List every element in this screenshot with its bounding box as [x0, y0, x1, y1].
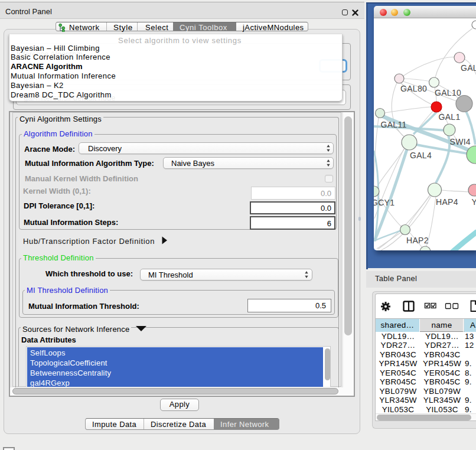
- svg-text:GAL11: GAL11: [381, 120, 407, 129]
- svg-text:GAL1: GAL1: [439, 112, 461, 122]
- svg-text:SWI4: SWI4: [450, 137, 471, 146]
- svg-text:GAL: GAL: [461, 63, 476, 73]
- svg-text:HAP2: HAP2: [406, 236, 429, 245]
- svg-text:GAL80: GAL80: [400, 84, 427, 93]
- svg-text:GAL10: GAL10: [435, 88, 461, 97]
- svg-text:GCY1: GCY1: [374, 198, 395, 207]
- svg-text:Y: Y: [472, 197, 476, 207]
- svg-text:HAP4: HAP4: [436, 197, 458, 207]
- svg-text:GAL4: GAL4: [410, 151, 432, 160]
